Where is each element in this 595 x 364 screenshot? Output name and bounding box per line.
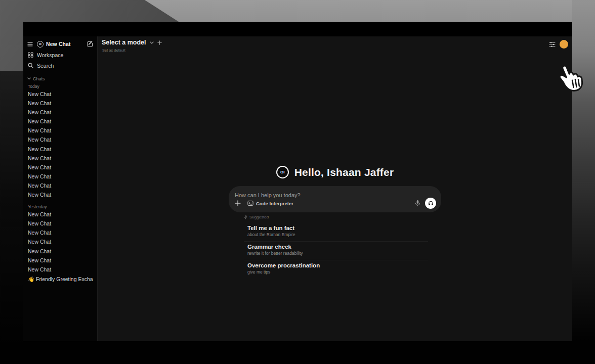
chat-group-label-today: Today: [27, 83, 93, 89]
brand[interactable]: OI New Chat: [37, 41, 87, 48]
attach-plus-icon[interactable]: [235, 200, 241, 206]
chat-list-item[interactable]: New Chat: [27, 237, 93, 246]
chat-list-item[interactable]: New Chat: [27, 89, 93, 99]
chat-list-item[interactable]: New Chat: [27, 126, 93, 135]
chat-list-item[interactable]: New Chat: [27, 163, 93, 172]
chat-list-yesterday: New ChatNew ChatNew ChatNew ChatNew Chat…: [27, 210, 93, 274]
suggestion-item[interactable]: Grammar check rewrite it for better read…: [244, 242, 428, 260]
chat-list-item[interactable]: New Chat: [27, 256, 93, 265]
chat-list-item[interactable]: New Chat: [27, 154, 93, 163]
chat-list-item[interactable]: New Chat: [27, 145, 93, 154]
sidebar: OI New Chat Workspace: [23, 36, 98, 341]
chat-list-item[interactable]: New Chat: [27, 181, 93, 190]
chat-group-label-yesterday: Yesterday: [27, 204, 93, 210]
sidebar-item-workspace[interactable]: Workspace: [27, 51, 93, 59]
suggested-bolt-icon: [244, 215, 247, 219]
app-window: OI New Chat Workspace: [23, 22, 572, 341]
chat-list-item[interactable]: New Chat: [27, 99, 93, 108]
chat-list-item[interactable]: New Chat: [27, 228, 93, 237]
suggested-section: Suggested Tell me a fun fact about the R…: [229, 214, 441, 279]
screen: OI New Chat Workspace: [0, 0, 595, 364]
suggestion-title: Tell me a fun fact: [247, 224, 428, 232]
model-chevron-icon[interactable]: [150, 41, 154, 44]
set-as-default-link[interactable]: Set as default: [102, 48, 125, 53]
model-selector[interactable]: Select a model: [102, 39, 146, 46]
code-interpreter-toggle[interactable]: Code Interpreter: [247, 200, 293, 206]
workspace-icon: [28, 52, 33, 58]
suggestion-title: Grammar check: [247, 243, 428, 250]
chat-list-item[interactable]: New Chat: [27, 172, 93, 181]
sidebar-header: OI New Chat: [27, 39, 93, 49]
chat-list-item[interactable]: New Chat: [27, 265, 93, 274]
search-icon: [28, 63, 33, 68]
chat-list-item[interactable]: New Chat: [27, 247, 93, 256]
suggestion-subtitle: give me tips: [247, 269, 428, 275]
suggestion-item[interactable]: Tell me a fun fact about the Roman Empir…: [244, 223, 428, 242]
greeting-text: Hello, Ishaan Jaffer: [294, 166, 394, 178]
chats-section-toggle[interactable]: Chats: [27, 75, 93, 82]
chat-list-item[interactable]: New Chat: [27, 190, 93, 199]
desktop-background-left: [0, 71, 23, 364]
chat-input-card: Code Interpreter: [229, 186, 441, 212]
chat-list-item[interactable]: New Chat: [27, 135, 93, 144]
voice-call-button[interactable]: [425, 198, 436, 209]
user-avatar[interactable]: [560, 40, 568, 49]
chats-section-label: Chats: [33, 76, 45, 81]
suggested-label: Suggested: [249, 215, 269, 219]
chat-list-item[interactable]: New Chat: [27, 210, 93, 219]
chat-list-item[interactable]: New Chat: [27, 108, 93, 117]
sidebar-toggle-icon[interactable]: [27, 42, 33, 47]
suggestion-title: Overcome procrastination: [247, 262, 428, 269]
code-interpreter-label: Code Interpreter: [256, 201, 293, 206]
brand-label: New Chat: [46, 41, 71, 47]
sidebar-item-label: Workspace: [37, 52, 63, 58]
desktop-background-bottom: [0, 342, 595, 364]
greeting: OI Hello, Ishaan Jaffer: [98, 166, 572, 178]
window-titlebar: [23, 22, 572, 36]
sidebar-item-label: Search: [37, 63, 54, 69]
microphone-icon[interactable]: [415, 200, 420, 207]
desktop-background-right: [572, 0, 595, 364]
suggestion-subtitle: about the Roman Empire: [247, 232, 428, 238]
chat-list-item[interactable]: New Chat: [27, 219, 93, 228]
suggestion-item[interactable]: Overcome procrastination give me tips: [244, 260, 428, 279]
app-logo-icon: OI: [276, 166, 289, 178]
chat-list-item-greeting-exchange[interactable]: 👋 Friendly Greeting Exchange: [27, 275, 93, 284]
settings-icon[interactable]: [549, 41, 556, 48]
headphones-icon: [428, 200, 434, 207]
main-panel: Select a model Set as default: [98, 36, 572, 341]
code-interpreter-icon: [247, 200, 253, 206]
app-logo-icon: OI: [37, 41, 44, 48]
chevron-down-icon: [27, 77, 31, 80]
add-model-icon[interactable]: [157, 40, 162, 45]
suggestion-subtitle: rewrite it for better readability: [247, 251, 428, 256]
new-chat-icon[interactable]: [87, 41, 93, 47]
chat-list-item[interactable]: New Chat: [27, 117, 93, 126]
sidebar-item-search[interactable]: Search: [27, 61, 93, 70]
suggestion-list: Tell me a fun fact about the Roman Empir…: [244, 223, 428, 279]
chat-list-today: New ChatNew ChatNew ChatNew ChatNew Chat…: [27, 89, 93, 199]
